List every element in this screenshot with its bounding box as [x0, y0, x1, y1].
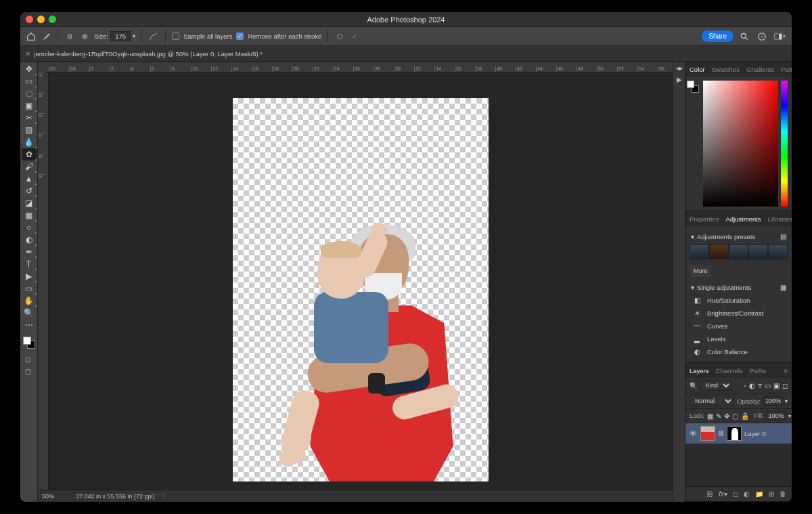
search-icon[interactable]: 🔍 [690, 382, 698, 389]
commit-icon[interactable]: ✓ [349, 31, 360, 42]
preset-thumb[interactable] [729, 244, 748, 259]
blur-tool[interactable]: ○ [22, 221, 37, 234]
gradients-tab[interactable]: Gradients [746, 66, 774, 73]
brush-tool-icon[interactable] [41, 31, 51, 42]
shape-tool[interactable]: ▭ [22, 282, 37, 295]
pressure-icon[interactable] [334, 31, 345, 42]
brush-preview-icon[interactable] [148, 31, 159, 42]
chevron-down-icon[interactable]: ▾ [691, 284, 694, 291]
opacity-input[interactable] [763, 396, 782, 406]
ruler-vertical[interactable]: 202468 [38, 72, 49, 490]
screen-mode-icon[interactable]: ▢ [20, 365, 35, 377]
history-brush-tool[interactable]: ↺ [22, 185, 37, 197]
layer-name[interactable]: Layer 0 [744, 430, 788, 437]
workspace-icon[interactable]: ▾ [773, 30, 786, 43]
status-chevron-icon[interactable]: 〉 [162, 492, 168, 500]
adjustment-item[interactable]: ◐Color Balance [685, 345, 792, 358]
dock-tab-icon[interactable]: ▶ [677, 76, 682, 83]
help-icon[interactable]: ? [755, 30, 769, 43]
size-input[interactable] [110, 31, 131, 41]
adjustment-item[interactable]: ◧Hue/Saturation [685, 294, 792, 307]
patterns-tab[interactable]: Patterns [781, 66, 792, 73]
libraries-tab[interactable]: Libraries [768, 215, 792, 223]
lock-position-icon[interactable]: ✥ [724, 412, 729, 420]
filter-pixel-icon[interactable]: ▫ [744, 382, 746, 389]
path-select-tool[interactable]: ▶ [22, 270, 37, 282]
quick-mask-icon[interactable]: ◻ [20, 353, 35, 365]
lock-artboard-icon[interactable]: ▢ [732, 412, 738, 420]
preset-thumb[interactable] [768, 244, 788, 259]
home-button[interactable] [26, 31, 37, 42]
share-button[interactable]: Share [702, 30, 734, 42]
more-presets-button[interactable]: More [690, 265, 710, 277]
adjustment-item[interactable]: 〰Curves [685, 320, 792, 333]
kind-filter[interactable]: Kind [700, 380, 732, 391]
layer-row[interactable]: 👁 ⛓ Layer 0 [685, 423, 792, 444]
toolbar-more-icon[interactable]: ⋯ [22, 319, 37, 331]
preset-thumb[interactable] [748, 244, 768, 259]
hand-tool[interactable]: ✋ [22, 295, 37, 307]
zoom-value[interactable]: 50% [42, 493, 69, 500]
ruler-horizontal[interactable]: 2628024681012141618202224262830323436384… [38, 62, 673, 72]
remove-after-checkbox[interactable]: ✓ [236, 33, 244, 40]
doc-info[interactable]: 37.042 in x 55.556 in (72 ppi) [76, 493, 155, 500]
gradient-tool[interactable]: ▦ [22, 209, 37, 221]
dock-toggle-icon[interactable]: ◂▸ [676, 64, 683, 72]
sample-all-checkbox[interactable] [172, 33, 179, 40]
lasso-tool[interactable]: ◌ [22, 87, 37, 100]
marquee-tool[interactable]: ▭ [22, 75, 37, 87]
properties-tab[interactable]: Properties [690, 215, 719, 223]
hue-slider[interactable] [781, 81, 788, 207]
color-picker-field[interactable] [703, 81, 778, 207]
dodge-tool[interactable]: ◐ [22, 234, 37, 246]
chevron-down-icon[interactable]: ▾ [691, 233, 694, 240]
color-tab[interactable]: Color [690, 66, 705, 73]
link-icon[interactable]: ⛓ [718, 430, 724, 437]
type-tool[interactable]: T [22, 258, 37, 270]
eraser-tool[interactable]: ◪ [22, 197, 37, 209]
panel-menu-icon[interactable]: ≡ [784, 367, 788, 374]
visibility-icon[interactable]: 👁 [690, 429, 698, 437]
chevron-down-icon[interactable]: ▾ [785, 398, 788, 404]
object-select-tool[interactable]: ▣ [22, 100, 37, 112]
size-dropdown-icon[interactable]: ▾ [133, 33, 135, 39]
fill-input[interactable] [767, 411, 786, 421]
delete-layer-icon[interactable]: 🗑 [780, 490, 786, 498]
move-tool[interactable]: ✥ [22, 63, 37, 75]
color-mini-swatch[interactable] [687, 81, 699, 93]
healing-brush-tool[interactable]: ✿ [22, 148, 37, 160]
eyedropper-tool[interactable]: 💧 [22, 136, 37, 148]
link-layers-icon[interactable]: ⛓ [706, 490, 713, 498]
crop-tool[interactable]: ✂ [22, 112, 37, 124]
adjustment-item[interactable]: ▂Levels [685, 333, 792, 345]
stamp-tool[interactable]: ▲ [22, 173, 37, 185]
lock-pixels-icon[interactable]: ✎ [716, 412, 721, 420]
mask-thumb[interactable] [727, 426, 742, 441]
preset-thumb[interactable] [709, 244, 729, 259]
close-tab-icon[interactable]: × [26, 49, 30, 58]
canvas[interactable] [233, 98, 489, 481]
brush-plus-icon[interactable]: ⊕ [79, 31, 90, 42]
filter-shape-icon[interactable]: ▭ [765, 382, 771, 389]
foreground-color-swatch[interactable] [23, 337, 31, 345]
swatches-tab[interactable]: Swatches [712, 66, 740, 73]
blend-mode-select[interactable]: Normal [690, 395, 734, 406]
search-icon[interactable] [738, 30, 751, 43]
viewport[interactable] [49, 72, 673, 490]
group-icon[interactable]: 📁 [755, 490, 763, 498]
color-swatch[interactable] [22, 335, 37, 350]
layers-tab[interactable]: Layers [690, 367, 709, 374]
channels-tab[interactable]: Channels [716, 367, 743, 374]
layers-empty-area[interactable] [685, 444, 792, 486]
zoom-tool[interactable]: 🔍 [22, 307, 37, 319]
grid-icon[interactable]: ▤ [780, 233, 786, 240]
pen-tool[interactable]: ✒ [22, 246, 37, 258]
layer-mask-icon[interactable]: ◻ [733, 490, 738, 498]
lock-transparency-icon[interactable]: ▦ [707, 412, 713, 420]
grid-icon[interactable]: ▦ [780, 284, 786, 291]
preset-thumb[interactable] [690, 244, 709, 259]
brush-minus-icon[interactable]: ⊖ [64, 31, 75, 42]
new-layer-icon[interactable]: ⊞ [769, 490, 774, 498]
filter-toggle-icon[interactable]: ◻ [782, 382, 788, 389]
adj-layer-icon[interactable]: ◐ [744, 490, 750, 498]
